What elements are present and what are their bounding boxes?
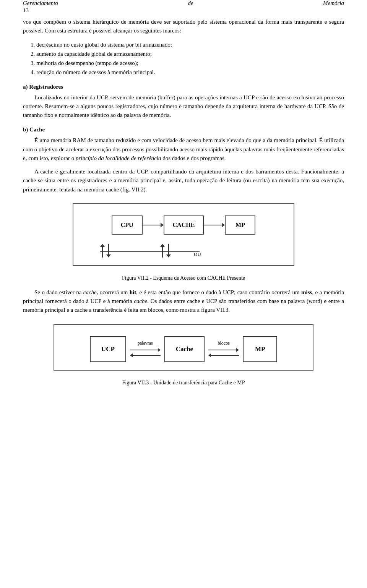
p5-cache2: cache — [134, 298, 147, 304]
list-item: 1. decréscimo no custo global do sistema… — [31, 40, 344, 49]
p5-mid2: , e é esta então que fornece o dado à UC… — [136, 289, 301, 295]
arrow-cache-mp — [204, 221, 225, 229]
label-palavras: palavras — [138, 340, 153, 346]
ou-label: OU — [194, 251, 201, 258]
mp-box-2: MP — [243, 336, 277, 362]
double-arrow-blocos: blocos — [205, 340, 243, 358]
figure-2-caption: Figura VII.3 - Unidade de transferência … — [23, 380, 344, 386]
p5-mid: , ocorrerá um — [97, 289, 130, 295]
diagram-1-main-row: CPU CACHE MP — [81, 215, 286, 235]
cache-box-2: Cache — [164, 336, 205, 362]
figure-1-caption: Figura VII.2 - Esquema de Acesso com CAC… — [23, 275, 344, 281]
diagram-1: CPU CACHE MP — [73, 203, 294, 266]
header-right: Memória — [323, 0, 344, 6]
mp-box: MP — [225, 215, 255, 235]
p5-hit: hit — [130, 289, 136, 295]
header-left: Gerenciamento — [23, 0, 58, 6]
page-header: Gerenciamento de Memória — [23, 0, 344, 6]
bottom-arrow-left — [106, 244, 111, 258]
list-item: 3. melhoria do desempenho (tempo de aces… — [31, 58, 344, 68]
up-arrow-cpu — [100, 244, 105, 258]
p3-end: dos dados e dos programas. — [161, 155, 226, 161]
p3-italic: princípio da localidade de referência — [76, 155, 161, 161]
cpu-box: CPU — [112, 215, 143, 235]
heading-b: b) Cache — [23, 126, 344, 133]
up-arrow-cache — [160, 244, 165, 258]
list-items: 1. decréscimo no custo global do sistema… — [31, 40, 344, 77]
paragraph-1: vos que compõem o sistema hierárquico de… — [23, 18, 344, 36]
p5-cache: cache — [83, 289, 97, 295]
ucp-box: UCP — [90, 336, 126, 362]
diagram-2-inner: UCP palavras Cache blocos — [66, 336, 301, 362]
p5-pre: Se o dado estiver na — [34, 289, 83, 295]
header-center: de — [188, 0, 193, 6]
label-blocos: blocos — [218, 340, 229, 346]
list-item: 2. aumento da capacidade global de armaz… — [31, 49, 344, 58]
cache-box: CACHE — [164, 215, 204, 235]
double-arrow-palavras: palavras — [126, 340, 164, 358]
bottom-arrow-right — [166, 244, 171, 258]
p5-miss: miss — [301, 289, 312, 295]
paragraph-3: É uma memória RAM de tamanho reduzido e … — [23, 136, 344, 163]
diagram-1-bottom: OU — [81, 235, 286, 258]
paragraph-2: Localizados no interior da UCP, servem d… — [23, 93, 344, 120]
diagram-2: UCP palavras Cache blocos — [54, 324, 313, 371]
paragraph-5: Se o dado estiver na cache, ocorrerá um … — [23, 288, 344, 315]
heading-a: a) Registradores — [23, 84, 344, 90]
paragraph-4: A cache é geralmente localizada dentro d… — [23, 167, 344, 194]
page-number: 13 — [23, 7, 344, 14]
bottom-h-line — [100, 251, 200, 252]
list-item: 4. redução do número de acessos à memóri… — [31, 68, 344, 77]
arrow-cpu-cache — [143, 221, 164, 229]
